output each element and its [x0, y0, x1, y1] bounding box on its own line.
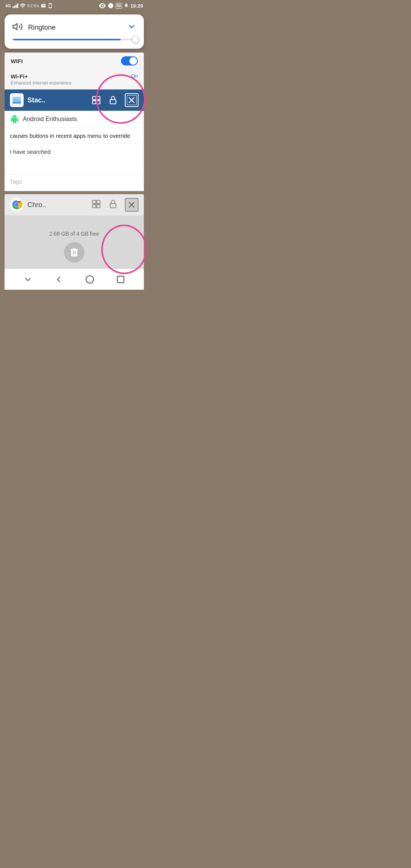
multiwindow-button[interactable] [91, 95, 101, 105]
wifiplus-subtitle: Enhanced Internet experience [11, 80, 72, 86]
notification-icon [41, 3, 46, 8]
wifi-toggle[interactable] [121, 56, 138, 65]
wifiplus-title: Wi-Fi+ [11, 73, 72, 80]
stack-app-icon [10, 93, 24, 107]
lock-button[interactable] [108, 95, 118, 105]
svg-rect-11 [110, 100, 116, 104]
signal-bars [13, 3, 18, 8]
ringtone-label: Ringtone [28, 24, 56, 32]
svg-rect-19 [97, 200, 100, 204]
wifiplus-row[interactable]: Wi-Fi+ Enhanced Internet experience On [5, 69, 144, 89]
chrome-close-button[interactable] [125, 198, 139, 212]
stack-app-content: Android Enthusiasts causes buttons in re… [5, 111, 144, 191]
android-icon [10, 115, 19, 124]
svg-rect-22 [110, 204, 116, 208]
ringtone-slider[interactable] [13, 39, 135, 40]
svg-point-1 [101, 5, 103, 7]
svg-rect-26 [118, 276, 124, 282]
svg-rect-3 [13, 102, 21, 104]
nav-recents-button[interactable] [116, 274, 126, 284]
svg-rect-5 [13, 99, 21, 100]
svg-rect-4 [13, 101, 21, 102]
screenshot-icon [48, 3, 53, 8]
svg-marker-2 [13, 24, 17, 30]
toggle-thumb [129, 57, 137, 65]
nav-down-button[interactable] [23, 274, 33, 284]
ringtone-left: Ringtone [12, 21, 56, 34]
chrome-app-icon [10, 198, 24, 212]
navigation-bar [5, 269, 144, 290]
wifiplus-info: Wi-Fi+ Enhanced Internet experience [11, 73, 72, 86]
svg-rect-9 [92, 101, 96, 104]
question-title: causes buttons in recent apps menu to ov… [10, 132, 130, 139]
chrome-multiwindow-button[interactable] [91, 199, 101, 211]
slider-thumb[interactable] [132, 36, 139, 43]
network-type: 4G [5, 3, 11, 8]
stack-app-header: Stac.. [5, 89, 144, 111]
svg-point-17 [15, 203, 19, 207]
chrome-app-actions [91, 198, 139, 212]
wifiplus-status: On [131, 73, 138, 79]
svg-point-25 [86, 276, 94, 283]
stack-app-name: Stac.. [27, 96, 46, 104]
volume-icon [12, 21, 23, 34]
wifi-toggle-row: WIFI [11, 56, 138, 65]
eye-icon [99, 3, 106, 8]
stack-app-card: Stac.. [5, 89, 144, 111]
site-selector[interactable]: Android Enthusiasts [5, 111, 144, 128]
battery-saver-icon [124, 3, 129, 8]
site-selector-left: Android Enthusiasts [10, 115, 77, 124]
tags-box[interactable]: Tags [5, 174, 144, 191]
question-title-box[interactable]: causes buttons in recent apps menu to ov… [5, 128, 144, 144]
dropdown-arrow[interactable] [131, 115, 139, 124]
stack-app-header-left: Stac.. [10, 93, 46, 107]
nav-home-button[interactable] [85, 274, 95, 284]
wifi-label: WIFI [11, 58, 23, 64]
chrome-lock-button[interactable] [108, 199, 118, 211]
clear-all-button[interactable] [64, 242, 84, 263]
chevron-down-button[interactable] [127, 22, 136, 33]
svg-rect-21 [97, 204, 100, 208]
status-left: 4G 9.2 K/s [5, 3, 53, 8]
wifi-setting-row: WIFI [5, 53, 144, 69]
nav-back-button[interactable] [54, 274, 64, 284]
body-text-box[interactable]: I have searched [5, 144, 144, 174]
battery-indicator: 80 [116, 3, 122, 9]
svg-rect-18 [92, 200, 96, 204]
body-text: I have searched [10, 148, 51, 155]
storage-text: 2.68 GB of 4 GB free [49, 231, 99, 237]
site-name: Android Enthusiasts [23, 116, 77, 123]
chrome-app-name: Chro.. [27, 201, 46, 209]
chrome-app-card: Chro.. [5, 194, 144, 215]
svg-rect-7 [92, 96, 96, 100]
wifi-icon [20, 3, 26, 8]
close-button[interactable] [125, 93, 139, 107]
svg-rect-8 [97, 96, 100, 100]
chrome-left: Chro.. [10, 198, 46, 212]
network-speed: 9.2 K/s [27, 4, 39, 8]
tags-placeholder: Tags [10, 178, 22, 185]
status-right: 80 10:20 [99, 3, 143, 9]
svg-rect-20 [92, 204, 96, 208]
slider-fill [13, 39, 121, 40]
svg-rect-6 [13, 97, 21, 98]
svg-line-13 [129, 98, 134, 103]
time-display: 10:20 [131, 3, 143, 9]
ringtone-card: Ringtone [5, 14, 144, 49]
svg-line-12 [129, 98, 134, 103]
ringtone-row: Ringtone [12, 21, 136, 34]
svg-point-0 [22, 7, 23, 8]
alarm-icon [108, 3, 114, 9]
status-bar: 4G 9.2 K/s [0, 0, 148, 11]
chrome-header: Chro.. [10, 198, 139, 212]
stack-app-actions [91, 93, 139, 107]
svg-rect-10 [97, 101, 100, 104]
storage-section: 2.68 GB of 4 GB free [5, 215, 144, 269]
